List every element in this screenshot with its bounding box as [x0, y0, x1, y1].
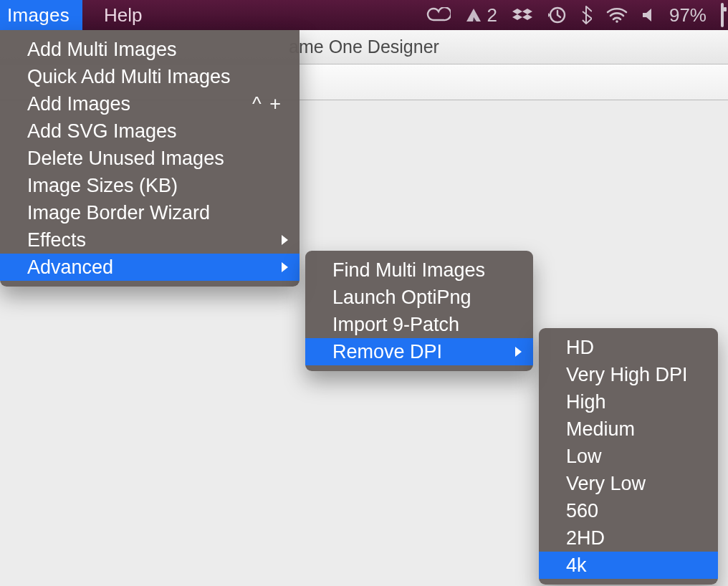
menu-item-dpi-high[interactable]: High [539, 388, 718, 416]
menu-item-dpi-low[interactable]: Low [539, 443, 718, 470]
menu-item-label: Quick Add Multi Images [27, 66, 231, 88]
menu-item-label: Effects [27, 229, 86, 251]
menu-item-label: Remove DPI [332, 341, 442, 363]
system-menubar: Images Help 2 97% [0, 0, 728, 30]
menu-item-add-svg-images[interactable]: Add SVG Images [0, 117, 300, 145]
remove-dpi-submenu: HD Very High DPI High Medium Low Very Lo… [539, 328, 718, 585]
menu-item-effects[interactable]: Effects [0, 226, 300, 254]
menu-item-delete-unused-images[interactable]: Delete Unused Images [0, 145, 300, 172]
menu-item-dpi-very-high[interactable]: Very High DPI [539, 361, 718, 388]
wifi-icon[interactable] [606, 7, 628, 23]
menu-item-import-9-patch[interactable]: Import 9-Patch [305, 311, 533, 338]
window-title: ame One Designer [289, 37, 439, 57]
menu-item-shortcut: ^ + [231, 93, 282, 115]
menu-item-dpi-very-low[interactable]: Very Low [539, 470, 718, 497]
menu-item-label: 560 [566, 500, 598, 522]
battery-percent-label: 97% [669, 4, 707, 27]
menu-item-label: 4k [566, 554, 587, 577]
menu-item-launch-optipng[interactable]: Launch OptiPng [305, 284, 533, 311]
menu-item-find-multi-images[interactable]: Find Multi Images [305, 256, 533, 284]
menu-item-dpi-560[interactable]: 560 [539, 497, 718, 524]
menu-item-label: Find Multi Images [332, 259, 485, 282]
chevron-right-icon [281, 234, 289, 246]
menu-item-advanced[interactable]: Advanced [0, 254, 300, 281]
menu-item-dpi-4k[interactable]: 4k [539, 552, 718, 579]
adobe-updates-count: 2 [487, 4, 497, 27]
menu-item-image-sizes[interactable]: Image Sizes (KB) [0, 172, 300, 199]
menu-item-label: Launch OptiPng [332, 287, 471, 309]
chevron-right-icon [281, 261, 289, 273]
advanced-submenu: Find Multi Images Launch OptiPng Import … [305, 251, 533, 371]
menu-item-image-border-wizard[interactable]: Image Border Wizard [0, 199, 300, 226]
menu-item-label: Add SVG Images [27, 120, 177, 143]
menu-item-add-multi-images[interactable]: Add Multi Images [0, 36, 300, 63]
menu-item-dpi-medium[interactable]: Medium [539, 416, 718, 443]
menu-item-dpi-hd[interactable]: HD [539, 334, 718, 361]
menu-item-label: High [566, 391, 606, 413]
time-machine-icon[interactable] [547, 6, 566, 24]
svg-point-1 [616, 20, 618, 23]
menu-item-label: Add Images [27, 93, 130, 115]
creative-cloud-icon[interactable] [426, 7, 451, 23]
menu-item-quick-add-multi-images[interactable]: Quick Add Multi Images [0, 63, 300, 90]
menu-item-dpi-2hd[interactable]: 2HD [539, 524, 718, 552]
chevron-right-icon [514, 346, 523, 357]
menu-item-label: Low [566, 446, 602, 468]
menu-item-label: Add Multi Images [27, 39, 177, 61]
menubar-help[interactable]: Help [82, 4, 142, 27]
menu-item-label: Advanced [27, 256, 113, 279]
battery-icon[interactable] [721, 4, 724, 27]
menu-item-label: Image Border Wizard [27, 202, 210, 224]
bluetooth-icon[interactable] [580, 6, 592, 24]
dropbox-icon[interactable] [512, 7, 533, 23]
menu-item-add-images[interactable]: Add Images ^ + [0, 90, 300, 117]
menubar-status-area: 2 97% [426, 0, 724, 30]
volume-icon[interactable] [642, 7, 655, 23]
images-menu: Add Multi Images Quick Add Multi Images … [0, 30, 300, 287]
menu-item-remove-dpi[interactable]: Remove DPI [305, 338, 533, 365]
menu-item-label: Very High DPI [566, 364, 688, 386]
adobe-updates-icon[interactable]: 2 [465, 4, 497, 27]
menu-item-label: Image Sizes (KB) [27, 175, 178, 197]
menu-item-label: 2HD [566, 527, 605, 549]
menu-item-label: Import 9-Patch [332, 314, 459, 336]
menu-item-label: Delete Unused Images [27, 148, 224, 170]
menu-item-label: HD [566, 337, 594, 359]
menubar-active-menu[interactable]: Images [0, 0, 82, 30]
menu-item-label: Medium [566, 418, 635, 441]
menu-item-label: Very Low [566, 473, 646, 495]
